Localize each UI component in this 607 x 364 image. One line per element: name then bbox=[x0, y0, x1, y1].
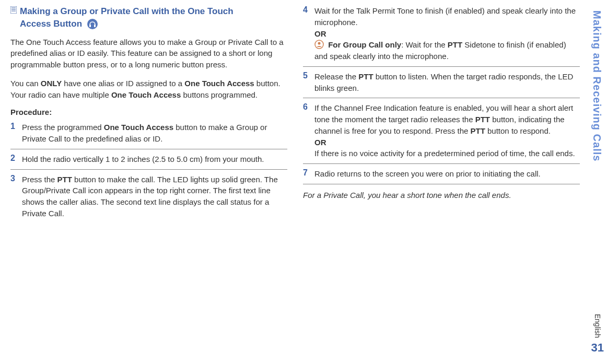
text-bold: PTT bbox=[475, 115, 490, 124]
right-column: 4 Wait for the Talk Permit Tone to finis… bbox=[303, 5, 580, 228]
para2: You can ONLY have one alias or ID assign… bbox=[10, 78, 287, 101]
text: If there is no voice activity for a pred… bbox=[314, 149, 575, 158]
step-number: 2 bbox=[10, 154, 22, 165]
svg-rect-0 bbox=[10, 6, 17, 14]
svg-rect-5 bbox=[89, 25, 91, 27]
text-bold: For Group Call only bbox=[328, 40, 401, 49]
step-text: Radio returns to the screen you were on … bbox=[314, 168, 541, 180]
document-icon bbox=[10, 6, 17, 14]
section-title: Making a Group or Private Call with the … bbox=[10, 5, 287, 30]
step-3: 3 Press the PTT button to make the call.… bbox=[10, 174, 287, 224]
intro-paragraph: The One Touch Access feature allows you … bbox=[10, 37, 287, 71]
step-2: 2 Hold the radio vertically 1 to 2 inche… bbox=[10, 154, 287, 170]
step-number: 3 bbox=[10, 174, 22, 219]
text-bold: One Touch Access bbox=[104, 123, 173, 132]
text-bold: PTT bbox=[471, 126, 485, 135]
text-bold: One Touch Access bbox=[184, 79, 254, 88]
step-text: Hold the radio vertically 1 to 2 inches … bbox=[22, 154, 264, 165]
step-number: 4 bbox=[303, 5, 314, 62]
text: Release the bbox=[314, 72, 358, 81]
text: have one alias or ID assigned to a bbox=[62, 79, 184, 88]
step-1: 1 Press the programmed One Touch Access … bbox=[10, 122, 287, 149]
step-text: If the Channel Free Indication feature i… bbox=[314, 102, 580, 159]
procedure-label: Procedure: bbox=[10, 108, 287, 116]
text: Wait for the Talk Permit Tone to finish … bbox=[314, 6, 576, 27]
svg-point-8 bbox=[318, 42, 321, 45]
title-line1: Making a Group or Private Call with the … bbox=[20, 6, 234, 16]
english-label: English bbox=[593, 314, 602, 338]
side-title: Making and Receiving Calls bbox=[591, 10, 603, 161]
step-text: Release the PTT button to listen. When t… bbox=[314, 71, 580, 94]
step-7: 7 Radio returns to the screen you were o… bbox=[303, 168, 580, 184]
headset-icon bbox=[87, 18, 98, 30]
text-bold: ONLY bbox=[41, 79, 62, 88]
text: You can bbox=[10, 79, 41, 88]
or-text: OR bbox=[314, 137, 580, 148]
svg-rect-6 bbox=[94, 25, 96, 27]
group-call-icon bbox=[314, 40, 324, 49]
text: Press the programmed bbox=[22, 123, 104, 132]
step-number: 1 bbox=[10, 122, 22, 145]
text-bold: PTT bbox=[448, 40, 462, 49]
step-number: 7 bbox=[303, 168, 314, 180]
step-text: Press the PTT button to make the call. T… bbox=[22, 174, 287, 219]
text: buttons programmed. bbox=[181, 90, 258, 99]
step-text: Press the programmed One Touch Access bu… bbox=[22, 122, 287, 145]
left-column: Making a Group or Private Call with the … bbox=[10, 5, 287, 228]
svg-point-4 bbox=[87, 19, 98, 29]
text: : Wait for the bbox=[401, 40, 448, 49]
step-4: 4 Wait for the Talk Permit Tone to finis… bbox=[303, 5, 580, 67]
text-bold: PTT bbox=[358, 72, 373, 81]
text-bold: One Touch Access bbox=[111, 90, 181, 99]
step-number: 5 bbox=[303, 71, 314, 94]
end-note: For a Private Call, you hear a short ton… bbox=[303, 190, 580, 201]
step-6: 6 If the Channel Free Indication feature… bbox=[303, 102, 580, 164]
step-5: 5 Release the PTT button to listen. When… bbox=[303, 71, 580, 99]
text: button to respond. bbox=[485, 126, 551, 135]
step-number: 6 bbox=[303, 102, 314, 159]
page-content: Making a Group or Private Call with the … bbox=[10, 5, 586, 228]
page-number: 31 bbox=[591, 341, 604, 355]
title-line2: Access Button bbox=[20, 19, 82, 29]
text-bold: PTT bbox=[57, 175, 72, 184]
text: Press the bbox=[22, 175, 57, 184]
step-text: Wait for the Talk Permit Tone to finish … bbox=[314, 5, 580, 62]
or-text: OR bbox=[314, 28, 580, 40]
